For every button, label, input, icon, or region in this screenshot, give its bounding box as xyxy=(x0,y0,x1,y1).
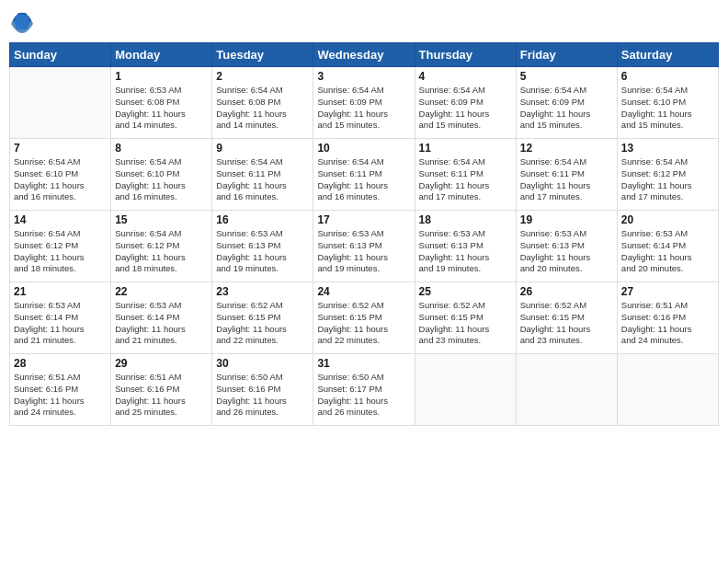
calendar-header: SundayMondayTuesdayWednesdayThursdayFrid… xyxy=(10,43,719,67)
day-info: Sunrise: 6:53 AM Sunset: 6:13 PM Dayligh… xyxy=(520,228,613,275)
day-number: 23 xyxy=(216,285,309,298)
calendar-week-1: 7Sunrise: 6:54 AM Sunset: 6:10 PM Daylig… xyxy=(10,139,719,211)
day-info: Sunrise: 6:54 AM Sunset: 6:10 PM Dayligh… xyxy=(621,85,714,132)
page-header xyxy=(9,9,719,35)
calendar-table: SundayMondayTuesdayWednesdayThursdayFrid… xyxy=(9,42,719,426)
calendar-cell: 30Sunrise: 6:50 AM Sunset: 6:16 PM Dayli… xyxy=(212,354,313,426)
day-number: 20 xyxy=(621,213,714,226)
day-number: 26 xyxy=(520,285,613,298)
day-number: 15 xyxy=(115,213,208,226)
calendar-cell: 1Sunrise: 6:53 AM Sunset: 6:08 PM Daylig… xyxy=(111,67,212,139)
calendar-cell: 6Sunrise: 6:54 AM Sunset: 6:10 PM Daylig… xyxy=(617,67,718,139)
day-number: 21 xyxy=(14,285,107,298)
calendar-cell: 27Sunrise: 6:51 AM Sunset: 6:16 PM Dayli… xyxy=(617,282,718,354)
day-number: 25 xyxy=(419,285,512,298)
calendar-cell: 9Sunrise: 6:54 AM Sunset: 6:11 PM Daylig… xyxy=(212,139,313,211)
calendar-cell: 5Sunrise: 6:54 AM Sunset: 6:09 PM Daylig… xyxy=(516,67,617,139)
day-number: 29 xyxy=(115,357,208,370)
calendar-cell: 22Sunrise: 6:53 AM Sunset: 6:14 PM Dayli… xyxy=(111,282,212,354)
calendar-cell xyxy=(516,354,617,426)
day-info: Sunrise: 6:53 AM Sunset: 6:14 PM Dayligh… xyxy=(14,300,107,347)
logo xyxy=(9,9,39,35)
day-number: 8 xyxy=(115,142,208,155)
calendar-week-2: 14Sunrise: 6:54 AM Sunset: 6:12 PM Dayli… xyxy=(10,211,719,282)
day-info: Sunrise: 6:53 AM Sunset: 6:14 PM Dayligh… xyxy=(115,300,208,347)
day-header-saturday: Saturday xyxy=(617,43,718,67)
day-info: Sunrise: 6:52 AM Sunset: 6:15 PM Dayligh… xyxy=(520,300,613,347)
day-number: 1 xyxy=(115,70,208,83)
calendar-cell: 10Sunrise: 6:54 AM Sunset: 6:11 PM Dayli… xyxy=(313,139,415,211)
calendar-week-4: 28Sunrise: 6:51 AM Sunset: 6:16 PM Dayli… xyxy=(10,354,719,426)
day-number: 18 xyxy=(419,213,512,226)
day-header-thursday: Thursday xyxy=(415,43,516,67)
day-number: 19 xyxy=(520,213,613,226)
day-number: 7 xyxy=(14,142,107,155)
day-number: 16 xyxy=(216,213,309,226)
calendar-week-0: 1Sunrise: 6:53 AM Sunset: 6:08 PM Daylig… xyxy=(10,67,719,139)
day-header-wednesday: Wednesday xyxy=(313,43,415,67)
day-number: 27 xyxy=(621,285,714,298)
calendar-cell: 31Sunrise: 6:50 AM Sunset: 6:17 PM Dayli… xyxy=(313,354,415,426)
day-header-sunday: Sunday xyxy=(10,43,111,67)
day-info: Sunrise: 6:52 AM Sunset: 6:15 PM Dayligh… xyxy=(216,300,309,347)
calendar-cell xyxy=(10,67,111,139)
calendar-cell: 11Sunrise: 6:54 AM Sunset: 6:11 PM Dayli… xyxy=(415,139,516,211)
calendar-cell: 2Sunrise: 6:54 AM Sunset: 6:08 PM Daylig… xyxy=(212,67,313,139)
calendar-cell: 4Sunrise: 6:54 AM Sunset: 6:09 PM Daylig… xyxy=(415,67,516,139)
day-info: Sunrise: 6:54 AM Sunset: 6:12 PM Dayligh… xyxy=(621,156,714,203)
day-info: Sunrise: 6:50 AM Sunset: 6:16 PM Dayligh… xyxy=(216,372,309,419)
day-info: Sunrise: 6:54 AM Sunset: 6:09 PM Dayligh… xyxy=(317,85,410,132)
calendar-cell: 23Sunrise: 6:52 AM Sunset: 6:15 PM Dayli… xyxy=(212,282,313,354)
day-number: 5 xyxy=(520,70,613,83)
day-number: 13 xyxy=(621,142,714,155)
day-info: Sunrise: 6:54 AM Sunset: 6:11 PM Dayligh… xyxy=(317,156,410,203)
day-info: Sunrise: 6:51 AM Sunset: 6:16 PM Dayligh… xyxy=(115,372,208,419)
day-info: Sunrise: 6:54 AM Sunset: 6:12 PM Dayligh… xyxy=(115,228,208,275)
day-number: 17 xyxy=(317,213,410,226)
day-number: 9 xyxy=(216,142,309,155)
calendar-cell: 21Sunrise: 6:53 AM Sunset: 6:14 PM Dayli… xyxy=(10,282,111,354)
day-info: Sunrise: 6:53 AM Sunset: 6:13 PM Dayligh… xyxy=(419,228,512,275)
calendar-cell: 29Sunrise: 6:51 AM Sunset: 6:16 PM Dayli… xyxy=(111,354,212,426)
calendar-body: 1Sunrise: 6:53 AM Sunset: 6:08 PM Daylig… xyxy=(10,67,719,426)
day-info: Sunrise: 6:50 AM Sunset: 6:17 PM Dayligh… xyxy=(317,372,410,419)
day-number: 30 xyxy=(216,357,309,370)
day-number: 4 xyxy=(419,70,512,83)
day-info: Sunrise: 6:54 AM Sunset: 6:10 PM Dayligh… xyxy=(14,156,107,203)
calendar-cell: 20Sunrise: 6:53 AM Sunset: 6:14 PM Dayli… xyxy=(617,211,718,282)
calendar-cell: 7Sunrise: 6:54 AM Sunset: 6:10 PM Daylig… xyxy=(10,139,111,211)
day-number: 6 xyxy=(621,70,714,83)
day-info: Sunrise: 6:54 AM Sunset: 6:08 PM Dayligh… xyxy=(216,85,309,132)
day-info: Sunrise: 6:53 AM Sunset: 6:13 PM Dayligh… xyxy=(317,228,410,275)
page-container: SundayMondayTuesdayWednesdayThursdayFrid… xyxy=(0,0,728,563)
calendar-week-3: 21Sunrise: 6:53 AM Sunset: 6:14 PM Dayli… xyxy=(10,282,719,354)
calendar-cell: 8Sunrise: 6:54 AM Sunset: 6:10 PM Daylig… xyxy=(111,139,212,211)
calendar-cell: 13Sunrise: 6:54 AM Sunset: 6:12 PM Dayli… xyxy=(617,139,718,211)
calendar-cell: 25Sunrise: 6:52 AM Sunset: 6:15 PM Dayli… xyxy=(415,282,516,354)
day-info: Sunrise: 6:54 AM Sunset: 6:10 PM Dayligh… xyxy=(115,156,208,203)
day-info: Sunrise: 6:54 AM Sunset: 6:11 PM Dayligh… xyxy=(419,156,512,203)
day-info: Sunrise: 6:53 AM Sunset: 6:14 PM Dayligh… xyxy=(621,228,714,275)
day-header-tuesday: Tuesday xyxy=(212,43,313,67)
calendar-cell xyxy=(415,354,516,426)
day-info: Sunrise: 6:54 AM Sunset: 6:11 PM Dayligh… xyxy=(520,156,613,203)
day-number: 22 xyxy=(115,285,208,298)
calendar-cell: 24Sunrise: 6:52 AM Sunset: 6:15 PM Dayli… xyxy=(313,282,415,354)
day-number: 31 xyxy=(317,357,410,370)
day-info: Sunrise: 6:54 AM Sunset: 6:09 PM Dayligh… xyxy=(419,85,512,132)
calendar-cell: 18Sunrise: 6:53 AM Sunset: 6:13 PM Dayli… xyxy=(415,211,516,282)
day-number: 28 xyxy=(14,357,107,370)
day-info: Sunrise: 6:54 AM Sunset: 6:11 PM Dayligh… xyxy=(216,156,309,203)
calendar-cell: 3Sunrise: 6:54 AM Sunset: 6:09 PM Daylig… xyxy=(313,67,415,139)
day-header-friday: Friday xyxy=(516,43,617,67)
day-number: 2 xyxy=(216,70,309,83)
calendar-cell: 15Sunrise: 6:54 AM Sunset: 6:12 PM Dayli… xyxy=(111,211,212,282)
day-number: 14 xyxy=(14,213,107,226)
logo-icon xyxy=(9,9,35,35)
day-number: 12 xyxy=(520,142,613,155)
day-info: Sunrise: 6:51 AM Sunset: 6:16 PM Dayligh… xyxy=(621,300,714,347)
day-info: Sunrise: 6:52 AM Sunset: 6:15 PM Dayligh… xyxy=(317,300,410,347)
calendar-cell: 28Sunrise: 6:51 AM Sunset: 6:16 PM Dayli… xyxy=(10,354,111,426)
day-number: 3 xyxy=(317,70,410,83)
day-info: Sunrise: 6:53 AM Sunset: 6:08 PM Dayligh… xyxy=(115,85,208,132)
